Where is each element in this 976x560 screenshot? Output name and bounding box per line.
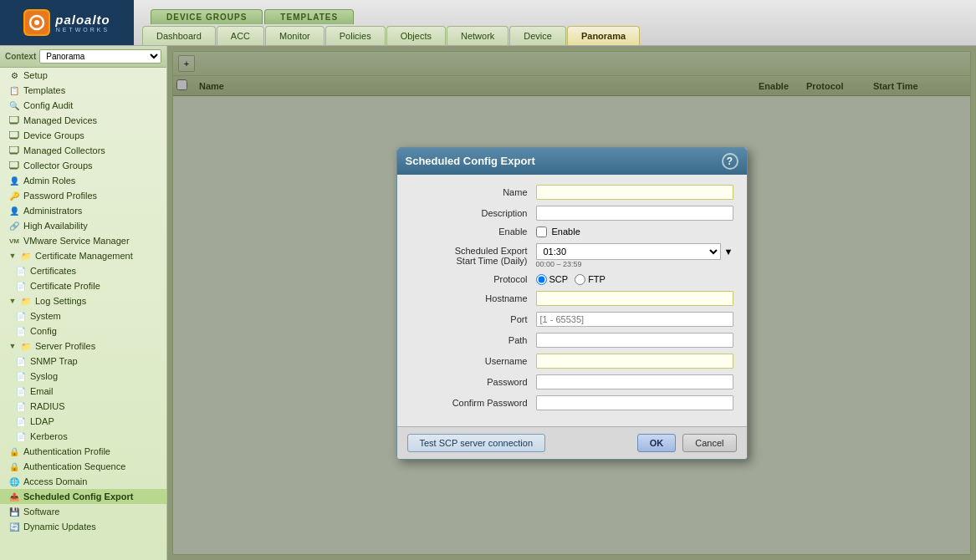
modal-body: Name Description Enable Enable: [397, 175, 747, 426]
server-profiles-icon: 📁: [20, 340, 32, 352]
sidebar-item-high-availability[interactable]: 🔗 High Availability: [0, 218, 166, 233]
sidebar-item-admin-roles[interactable]: 👤 Admin Roles: [0, 173, 166, 188]
enable-checkbox-row: Enable: [536, 227, 580, 237]
description-input[interactable]: [536, 206, 733, 221]
sidebar-item-password-profiles[interactable]: 🔑 Password Profiles: [0, 188, 166, 203]
ftp-radio-item[interactable]: FTP: [575, 274, 606, 285]
sidebar-item-certificates[interactable]: 📄 Certificates: [0, 263, 166, 278]
svg-rect-4: [10, 123, 18, 125]
cancel-button[interactable]: Cancel: [682, 434, 736, 452]
sidebar-item-syslog[interactable]: 📄 Syslog: [0, 369, 166, 384]
sidebar-item-label: Templates: [23, 85, 65, 95]
sidebar-item-label: Device Groups: [23, 130, 84, 140]
sidebar-item-kerberos[interactable]: 📄 Kerberos: [0, 429, 166, 444]
test-button[interactable]: Test SCP server connection: [407, 434, 546, 452]
tab-group-templates[interactable]: TEMPLATES: [264, 9, 354, 24]
help-icon[interactable]: ?: [722, 153, 738, 170]
logo-wrap: paloalto NETWORKS: [23, 9, 110, 36]
tab-device[interactable]: Device: [509, 26, 566, 45]
sidebar-item-label: RADIUS: [30, 401, 65, 411]
sidebar-item-dynamic-updates[interactable]: 🔄 Dynamic Updates: [0, 519, 166, 534]
sidebar-item-software[interactable]: 💾 Software: [0, 504, 166, 519]
ftp-radio[interactable]: [575, 274, 585, 285]
sidebar-item-managed-devices[interactable]: Managed Devices: [0, 113, 166, 128]
scp-radio[interactable]: [536, 274, 547, 285]
sidebar-item-certificate-profile[interactable]: 📄 Certificate Profile: [0, 278, 166, 293]
tab-policies[interactable]: Policies: [325, 26, 386, 45]
sidebar-item-access-domain[interactable]: 🌐 Access Domain: [0, 474, 166, 489]
path-label: Path: [411, 335, 536, 345]
sidebar-item-config[interactable]: 📄 Config: [0, 323, 166, 339]
sidebar-item-collector-groups[interactable]: Collector Groups: [0, 158, 166, 173]
sidebar-item-setup[interactable]: ⚙ Setup: [0, 68, 166, 83]
tab-group-device-groups[interactable]: DEVICE GROUPS: [151, 9, 263, 24]
scp-radio-item[interactable]: SCP: [536, 274, 569, 285]
name-row: Name: [411, 185, 733, 200]
sidebar-item-snmp-trap[interactable]: 📄 SNMP Trap: [0, 354, 166, 369]
confirm-password-row: Confirm Password: [411, 395, 733, 410]
tab-panorama[interactable]: Panorama: [567, 26, 640, 45]
sidebar-item-radius[interactable]: 📄 RADIUS: [0, 399, 166, 414]
collector-groups-icon: [8, 160, 20, 171]
protocol-radio-group: SCP FTP: [536, 274, 606, 285]
sidebar-item-authentication-profile[interactable]: 🔒 Authentication Profile: [0, 444, 166, 459]
sidebar-item-label: Server Profiles: [35, 341, 95, 351]
tab-network[interactable]: Network: [447, 26, 508, 45]
port-input[interactable]: [536, 312, 733, 327]
sidebar-item-managed-collectors[interactable]: Managed Collectors: [0, 143, 166, 158]
sidebar-item-label: Config: [30, 326, 57, 336]
sidebar-item-label: Kerberos: [30, 431, 68, 441]
ok-button[interactable]: OK: [637, 434, 677, 452]
dropdown-arrow: ▼: [724, 247, 733, 257]
name-input[interactable]: [536, 185, 733, 200]
sidebar-item-label: Log Settings: [35, 296, 86, 306]
sidebar-item-server-profiles[interactable]: ▼ 📁 Server Profiles: [0, 339, 166, 354]
sidebar-item-label: Access Domain: [23, 476, 87, 486]
context-select[interactable]: Panorama: [39, 49, 161, 64]
sidebar-item-log-settings[interactable]: ▼ 📁 Log Settings: [0, 293, 166, 308]
sidebar-item-label: LDAP: [30, 416, 54, 426]
sidebar-item-config-audit[interactable]: 🔍 Config Audit: [0, 98, 166, 113]
description-row: Description: [411, 206, 733, 221]
hostname-label: Hostname: [411, 293, 536, 303]
scp-label: SCP: [549, 274, 569, 284]
enable-text: Enable: [552, 227, 580, 237]
sidebar-item-vmware[interactable]: VM VMware Service Manager: [0, 233, 166, 248]
sidebar-item-ldap[interactable]: 📄 LDAP: [0, 414, 166, 429]
ftp-label: FTP: [588, 274, 606, 284]
password-row: Password: [411, 374, 733, 389]
time-select[interactable]: 01:30: [536, 243, 721, 260]
cert-mgmt-icon: 📁: [20, 250, 32, 262]
logo-inner: paloalto NETWORKS: [55, 13, 110, 33]
username-input[interactable]: [536, 354, 733, 369]
scheduled-export-row: Scheduled Export Start Time (Daily) 01:3…: [411, 243, 733, 268]
tab-monitor[interactable]: Monitor: [265, 26, 324, 45]
scheduled-export-label: Scheduled Export Start Time (Daily): [411, 246, 536, 266]
sidebar-item-email[interactable]: 📄 Email: [0, 384, 166, 399]
tab-objects[interactable]: Objects: [386, 26, 446, 45]
logo-area: paloalto NETWORKS: [0, 0, 134, 45]
system-icon: 📄: [15, 310, 27, 322]
vmware-icon: VM: [8, 235, 20, 247]
administrators-icon: 👤: [8, 205, 20, 216]
hostname-input[interactable]: [536, 291, 733, 306]
svg-rect-9: [9, 161, 18, 168]
sidebar-item-label: Certificate Profile: [30, 281, 100, 291]
device-groups-icon: [8, 130, 20, 141]
path-input[interactable]: [536, 333, 733, 348]
enable-checkbox[interactable]: [536, 227, 547, 237]
tab-dashboard[interactable]: Dashboard: [142, 26, 216, 45]
confirm-password-input[interactable]: [536, 395, 733, 410]
sidebar-item-scheduled-config-export[interactable]: 📤 Scheduled Config Export: [0, 489, 166, 504]
software-icon: 💾: [8, 506, 20, 517]
sidebar-item-templates[interactable]: 📋 Templates: [0, 83, 166, 98]
sidebar-item-administrators[interactable]: 👤 Administrators: [0, 203, 166, 218]
sidebar-item-authentication-sequence[interactable]: 🔒 Authentication Sequence: [0, 459, 166, 474]
tab-acc[interactable]: ACC: [217, 26, 264, 45]
sidebar-item-device-groups[interactable]: Device Groups: [0, 128, 166, 143]
sidebar-item-system[interactable]: 📄 System: [0, 308, 166, 323]
auth-profile-icon: 🔒: [8, 445, 20, 457]
sidebar-item-label: High Availability: [23, 221, 88, 231]
sidebar-item-certificate-management[interactable]: ▼ 📁 Certificate Management: [0, 248, 166, 263]
password-input[interactable]: [536, 374, 733, 389]
